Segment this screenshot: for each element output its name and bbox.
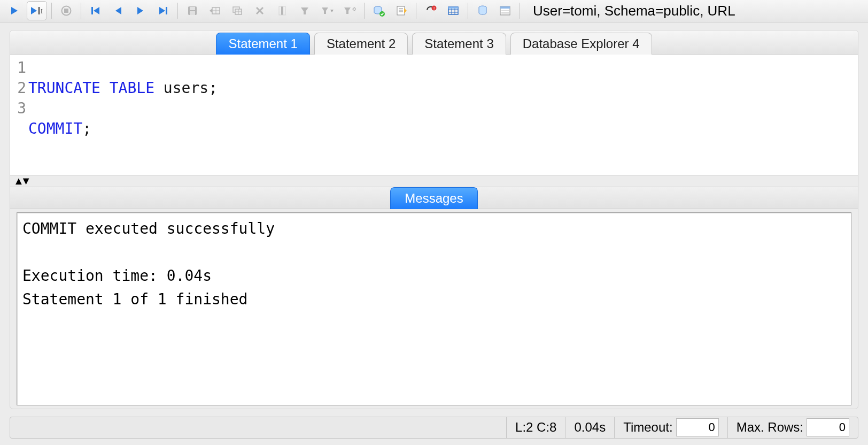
tab-statement-2[interactable]: Statement 2 [314, 33, 408, 55]
copy-row-button[interactable] [227, 1, 247, 20]
editor-tabbar: Statement 1 Statement 2 Statement 3 Data… [10, 30, 858, 55]
main-toolbar: I [0, 0, 868, 22]
next-record-button[interactable] [130, 1, 151, 20]
filter-button[interactable] [294, 1, 315, 20]
toolbar-separator [520, 3, 520, 19]
run-to-cursor-button[interactable]: I [27, 1, 47, 20]
db-browser-button[interactable] [472, 1, 493, 20]
splitter-up-icon: ▲ [13, 175, 21, 187]
first-record-button[interactable] [86, 1, 106, 20]
svg-marker-28 [322, 7, 328, 14]
filter-dropdown-button[interactable] [317, 1, 337, 20]
svg-rect-11 [166, 7, 167, 14]
toolbar-separator [468, 3, 468, 19]
execution-time: 0.04s [565, 417, 614, 438]
sql-keyword: COMMIT [28, 120, 82, 137]
object-list-button[interactable] [495, 1, 515, 20]
svg-rect-50 [500, 6, 510, 9]
svg-marker-8 [115, 7, 121, 14]
svg-marker-1 [31, 7, 37, 14]
svg-rect-34 [397, 6, 405, 15]
last-record-button[interactable] [153, 1, 173, 20]
splitter-down-icon: ▼ [21, 175, 28, 187]
maxrows-label: Max. Rows: [737, 420, 803, 435]
save-button[interactable] [182, 1, 203, 20]
splitter-handle[interactable]: ▲ ▼ [10, 176, 858, 187]
messages-panel[interactable]: COMMIT executed successfully Execution t… [17, 212, 851, 405]
toolbar-separator [177, 3, 178, 19]
svg-rect-5 [64, 9, 68, 13]
filter-clear-button[interactable] [339, 1, 360, 20]
sql-editor[interactable]: 1 2 3 TRUNCATE TABLE users; COMMIT; [10, 55, 858, 176]
timeout-cell: Timeout: [614, 417, 727, 438]
maxrows-input[interactable] [807, 418, 849, 436]
editor-code[interactable]: TRUNCATE TABLE users; COMMIT; [28, 58, 858, 175]
svg-rect-25 [281, 6, 283, 15]
svg-point-33 [379, 11, 385, 17]
svg-marker-10 [159, 7, 165, 14]
svg-marker-27 [301, 7, 308, 14]
svg-rect-2 [38, 7, 40, 14]
sql-text: ; [82, 120, 91, 137]
editor-gutter: 1 2 3 [10, 58, 28, 175]
line-number: 3 [11, 98, 26, 119]
sql-keyword: TRUNCATE TABLE [28, 79, 154, 97]
svg-text:!: ! [433, 6, 435, 11]
data-grid-button[interactable] [443, 1, 463, 20]
toolbar-separator [364, 3, 365, 19]
svg-rect-47 [448, 7, 458, 9]
svg-rect-14 [190, 11, 195, 15]
tab-statement-3[interactable]: Statement 3 [412, 33, 506, 55]
svg-marker-18 [210, 9, 212, 13]
app-root: I [0, 0, 868, 445]
rollback-button[interactable] [391, 1, 412, 20]
maxrows-cell: Max. Rows: [727, 417, 858, 438]
svg-text:I: I [41, 7, 43, 15]
svg-marker-9 [137, 7, 143, 14]
timeout-label: Timeout: [623, 420, 672, 435]
svg-marker-38 [404, 8, 407, 13]
toolbar-separator [81, 3, 81, 19]
insert-row-button[interactable] [205, 1, 225, 20]
messages-tabbar: Messages [10, 187, 858, 209]
svg-rect-13 [190, 7, 195, 10]
svg-marker-30 [344, 7, 351, 14]
tab-database-explorer-4[interactable]: Database Explorer 4 [510, 33, 652, 55]
run-button[interactable] [4, 1, 25, 20]
prev-record-button[interactable] [108, 1, 128, 20]
cursor-position: L:2 C:8 [506, 417, 565, 438]
svg-marker-31 [353, 7, 356, 11]
sql-text: users; [154, 79, 218, 97]
svg-rect-6 [91, 7, 93, 14]
toolbar-separator [416, 3, 416, 19]
status-bar: L:2 C:8 0.04s Timeout: Max. Rows: [10, 417, 858, 439]
workspace: Statement 1 Statement 2 Statement 3 Data… [10, 30, 858, 409]
commit-button[interactable] [369, 1, 389, 20]
tab-statement-1[interactable]: Statement 1 [216, 33, 309, 55]
stop-button[interactable] [56, 1, 76, 20]
delete-row-button[interactable] [250, 1, 270, 20]
reconnect-button[interactable]: ! [421, 1, 441, 20]
timeout-input[interactable] [676, 418, 719, 436]
tab-messages[interactable]: Messages [390, 187, 477, 209]
svg-marker-7 [94, 7, 99, 14]
connection-status-text: User=tomi, Schema=public, URL [533, 3, 735, 19]
select-column-button[interactable] [272, 1, 292, 20]
line-number: 2 [11, 78, 26, 98]
svg-marker-0 [11, 7, 18, 14]
toolbar-separator [51, 3, 52, 19]
svg-marker-29 [330, 10, 334, 12]
line-number: 1 [11, 58, 26, 78]
